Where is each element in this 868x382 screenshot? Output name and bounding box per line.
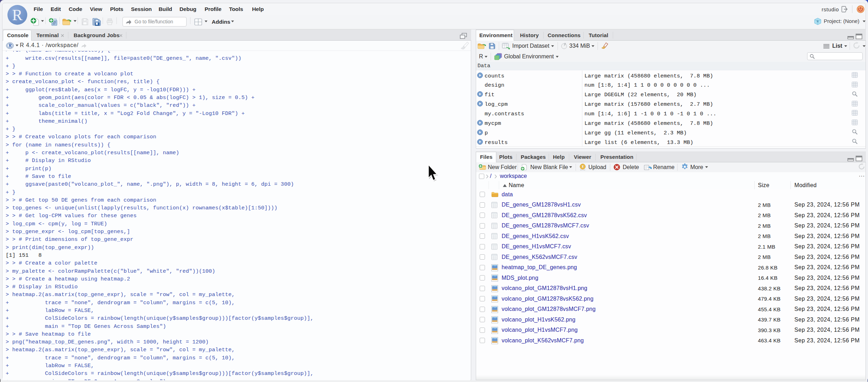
svg-text:R: R [817,19,819,23]
